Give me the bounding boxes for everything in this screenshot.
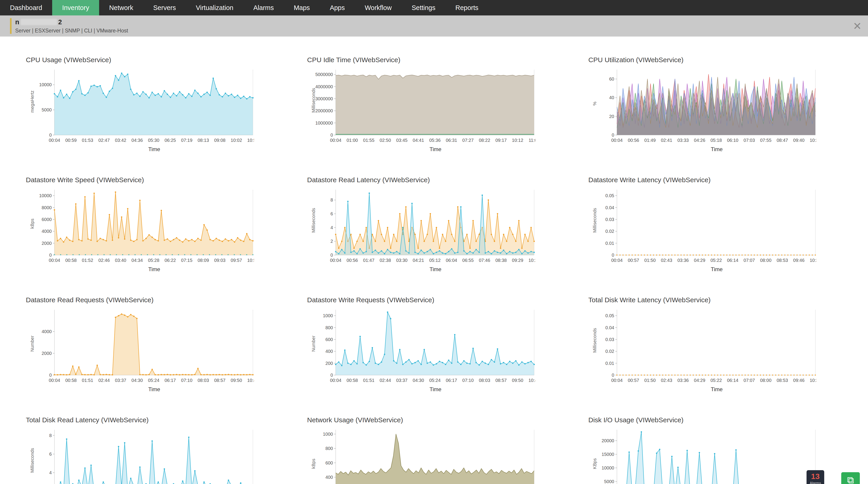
svg-text:01:50: 01:50 bbox=[644, 258, 656, 263]
svg-text:0: 0 bbox=[331, 372, 333, 377]
svg-text:09:46: 09:46 bbox=[793, 378, 805, 383]
nav-item-network[interactable]: Network bbox=[99, 0, 143, 16]
svg-text:0: 0 bbox=[49, 372, 52, 377]
svg-text:10:20: 10:20 bbox=[528, 258, 535, 263]
svg-text:01:52: 01:52 bbox=[82, 258, 93, 263]
chart-card-1: CPU Idle Time (VIWebService)Milliseconds… bbox=[306, 56, 574, 152]
svg-text:05:22: 05:22 bbox=[710, 378, 722, 383]
svg-text:00:57: 00:57 bbox=[628, 258, 639, 263]
alarm-badge[interactable]: 13 Alarms bbox=[807, 470, 824, 484]
chart-plot: 0200400600800100000:0400:5801:5102:4403:… bbox=[306, 307, 535, 385]
nav-item-alarms[interactable]: Alarms bbox=[243, 0, 284, 16]
svg-text:6: 6 bbox=[49, 452, 52, 457]
svg-text:08:03: 08:03 bbox=[479, 378, 490, 383]
svg-text:08:53: 08:53 bbox=[777, 258, 788, 263]
windows-icon: ⧉ bbox=[847, 475, 854, 484]
chart-body: Milliseconds0246800:0400:5601:4702:3803:… bbox=[306, 187, 574, 265]
svg-text:06:17: 06:17 bbox=[446, 378, 457, 383]
svg-text:09:46: 09:46 bbox=[793, 258, 805, 263]
y-axis-label: Milliseconds bbox=[311, 215, 316, 233]
svg-text:08:22: 08:22 bbox=[479, 138, 490, 143]
chart-body: Number02000400000:0400:5801:5102:4403:37… bbox=[25, 307, 292, 385]
svg-text:07:55: 07:55 bbox=[760, 138, 771, 143]
svg-text:00:56: 00:56 bbox=[628, 138, 639, 143]
svg-text:10:12: 10:12 bbox=[512, 138, 523, 143]
svg-text:08:09: 08:09 bbox=[197, 258, 209, 263]
svg-text:07:46: 07:46 bbox=[479, 258, 490, 263]
svg-text:0.01: 0.01 bbox=[606, 241, 614, 246]
svg-text:04:30: 04:30 bbox=[413, 378, 424, 383]
nav-item-dashboard[interactable]: Dashboard bbox=[0, 0, 52, 16]
svg-text:60: 60 bbox=[609, 77, 614, 82]
svg-text:0: 0 bbox=[612, 132, 614, 138]
chart-plot: 2004006008001000 bbox=[306, 427, 535, 484]
device-name: n 2 bbox=[15, 18, 128, 26]
chart-title: CPU Utilization (VIWebService) bbox=[588, 56, 855, 64]
svg-text:05:28: 05:28 bbox=[148, 258, 159, 263]
svg-text:06:10: 06:10 bbox=[727, 138, 738, 143]
svg-text:04:34: 04:34 bbox=[131, 258, 143, 263]
fab-button[interactable]: ⧉ bbox=[841, 472, 861, 484]
svg-text:03:40: 03:40 bbox=[115, 258, 126, 263]
alarm-count: 13 bbox=[807, 472, 824, 481]
svg-text:2000000: 2000000 bbox=[315, 108, 333, 113]
chart-plot: 020004000600080001000000:0400:5801:5202:… bbox=[25, 187, 254, 265]
nav-item-virtualization[interactable]: Virtualization bbox=[186, 0, 243, 16]
svg-text:02:47: 02:47 bbox=[98, 138, 110, 143]
chart-card-6: Datastore Read Requests (VIWebService)Nu… bbox=[25, 296, 292, 393]
svg-text:09:29: 09:29 bbox=[512, 258, 523, 263]
svg-text:8: 8 bbox=[331, 198, 333, 203]
svg-text:4000000: 4000000 bbox=[315, 84, 333, 89]
nav-item-apps[interactable]: Apps bbox=[320, 0, 355, 16]
svg-text:10:39: 10:39 bbox=[810, 378, 816, 383]
svg-text:0.02: 0.02 bbox=[606, 349, 614, 354]
svg-text:08:47: 08:47 bbox=[777, 138, 788, 143]
svg-text:0: 0 bbox=[49, 132, 52, 138]
svg-text:10:32: 10:32 bbox=[810, 138, 816, 143]
svg-text:00:04: 00:04 bbox=[49, 378, 60, 383]
chart-body: Milliseconds2468 bbox=[25, 427, 292, 484]
svg-text:05:12: 05:12 bbox=[429, 258, 440, 263]
svg-text:05:30: 05:30 bbox=[148, 138, 159, 143]
nav-item-servers[interactable]: Servers bbox=[143, 0, 186, 16]
svg-text:10:56: 10:56 bbox=[247, 138, 254, 143]
svg-text:01:00: 01:00 bbox=[347, 138, 358, 143]
alarm-label: Alarms bbox=[807, 481, 824, 484]
x-axis-title: Time bbox=[25, 146, 254, 152]
nav-item-maps[interactable]: Maps bbox=[284, 0, 320, 16]
svg-text:00:04: 00:04 bbox=[611, 138, 623, 143]
svg-text:02:43: 02:43 bbox=[661, 258, 672, 263]
svg-text:600: 600 bbox=[326, 337, 333, 342]
nav-item-settings[interactable]: Settings bbox=[402, 0, 445, 16]
nav-item-inventory[interactable]: Inventory bbox=[52, 0, 99, 16]
chart-body: Milliseconds00.010.020.030.040.0500:0400… bbox=[587, 187, 855, 265]
svg-text:05:36: 05:36 bbox=[429, 138, 440, 143]
svg-text:00:58: 00:58 bbox=[347, 378, 358, 383]
svg-text:00:57: 00:57 bbox=[628, 378, 639, 383]
nav-item-reports[interactable]: Reports bbox=[445, 0, 489, 16]
y-axis-label: kBps bbox=[311, 455, 316, 473]
chart-plot: 020406000:0400:5601:4902:4103:3304:2605:… bbox=[587, 67, 816, 145]
chart-card-10: Network Usage (VIWebService)kBps20040060… bbox=[306, 416, 574, 484]
nav-item-workflow[interactable]: Workflow bbox=[355, 0, 402, 16]
svg-text:0: 0 bbox=[331, 132, 333, 138]
chart-plot: 0246800:0400:5601:4702:3803:3004:2105:12… bbox=[306, 187, 535, 265]
chart-title: Network Usage (VIWebService) bbox=[307, 416, 574, 424]
svg-text:600: 600 bbox=[326, 460, 333, 465]
chart-title: Datastore Read Latency (VIWebService) bbox=[307, 176, 574, 184]
svg-text:03:36: 03:36 bbox=[678, 378, 689, 383]
svg-text:04:36: 04:36 bbox=[131, 138, 143, 143]
svg-text:06:22: 06:22 bbox=[164, 258, 176, 263]
svg-text:0.05: 0.05 bbox=[606, 313, 614, 318]
svg-text:2000: 2000 bbox=[42, 241, 52, 246]
svg-text:00:58: 00:58 bbox=[65, 378, 77, 383]
svg-text:800: 800 bbox=[326, 325, 333, 330]
chart-plot: 00.010.020.030.040.0500:0400:5701:5002:4… bbox=[587, 307, 816, 385]
svg-text:200: 200 bbox=[326, 361, 333, 366]
close-icon[interactable]: ✕ bbox=[853, 21, 862, 31]
chart-body: Number0200400600800100000:0400:5801:5102… bbox=[306, 307, 574, 385]
svg-text:00:04: 00:04 bbox=[330, 258, 341, 263]
x-axis-title: Time bbox=[25, 386, 254, 393]
svg-text:0.03: 0.03 bbox=[606, 337, 614, 342]
svg-text:02:50: 02:50 bbox=[380, 138, 391, 143]
